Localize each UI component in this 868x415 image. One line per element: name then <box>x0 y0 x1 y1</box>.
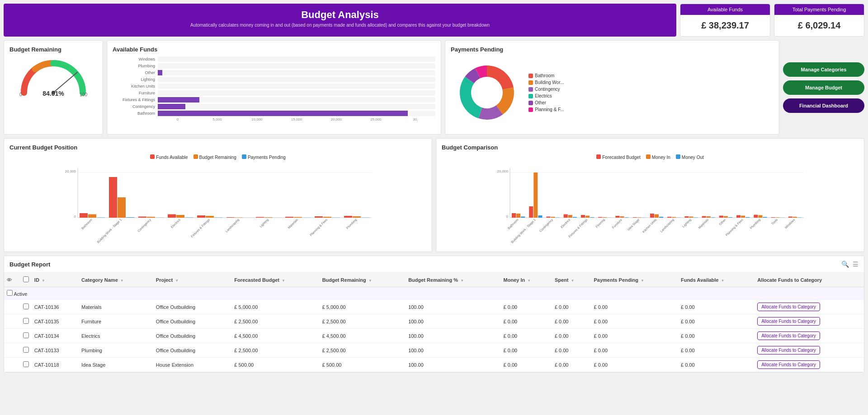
row-funds-available: £ 0.00 <box>678 300 755 314</box>
table-row: CAT-10118 Idea Stage House Extension £ 5… <box>4 358 864 372</box>
available-funds-stat: Available Funds £ 38,239.17 <box>680 4 770 37</box>
category-label: Materials <box>698 218 709 229</box>
row-project: Office Outbuilding <box>153 300 223 314</box>
hbar-track <box>158 90 435 96</box>
row-project: House Extension <box>153 358 223 372</box>
col-money-in: Money In ▼ <box>501 273 552 287</box>
row-allocate: Allocate Funds to Category <box>755 343 864 358</box>
row-select-checkbox[interactable] <box>23 303 29 309</box>
col-forecasted: Forecasted Budget ▼ <box>231 273 319 287</box>
col-funds-available: Funds Available ▼ <box>678 273 755 287</box>
table-body: Active CAT-10136 Materials Office Outbui… <box>4 287 864 372</box>
hbar-tick: 5,000 <box>198 117 237 121</box>
table-menu-icon[interactable]: ☰ <box>853 261 859 268</box>
row-forecasted: £ 4,500.00 <box>231 329 319 343</box>
hbar-track <box>158 97 435 103</box>
allocate-funds-button[interactable]: Allocate Funds to Category <box>757 346 820 354</box>
bar <box>741 216 745 218</box>
row-id: CAT-10118 <box>32 358 79 372</box>
select-all-checkbox[interactable] <box>23 276 29 282</box>
donut-legend-item: Electrics <box>528 93 564 98</box>
row-select-checkbox[interactable] <box>23 318 29 324</box>
allocate-funds-button[interactable]: Allocate Funds to Category <box>757 303 820 311</box>
legend-color-dot <box>528 80 533 85</box>
row-select-checkbox[interactable] <box>23 332 29 338</box>
legend-budget-remaining: Budget Remaining <box>193 154 236 160</box>
row-remaining-pct: 100.00 <box>406 300 500 314</box>
hbar-label: Other <box>113 70 158 75</box>
bar <box>285 217 293 218</box>
row-eye <box>4 358 20 372</box>
bar <box>758 215 762 218</box>
remaining-pct-sort-arrow: ▼ <box>460 279 464 283</box>
row-allocate: Allocate Funds to Category <box>755 329 864 343</box>
legend-label: Contingency <box>535 87 560 92</box>
row-select-checkbox[interactable] <box>23 347 29 353</box>
row-category: Plumbing <box>79 343 153 358</box>
bar <box>551 217 555 218</box>
row-forecasted: £ 2,500.00 <box>231 343 319 358</box>
legend-color-dot <box>528 94 533 98</box>
current-budget-card: Current Budget Position Funds Available … <box>4 138 432 252</box>
bar <box>568 215 572 218</box>
hbar-label: Kitchen Units <box>113 84 158 89</box>
category-label: Landscaping <box>660 218 675 233</box>
bar <box>719 216 723 218</box>
table-search-icon[interactable]: 🔍 <box>841 261 849 268</box>
row-funds-available: £ 0.00 <box>678 329 755 343</box>
row-eye <box>4 314 20 329</box>
bar <box>689 217 693 218</box>
row-project: Office Outbuilding <box>153 314 223 329</box>
category-label: Planning & Fees <box>309 218 328 237</box>
allocate-funds-button[interactable]: Allocate Funds to Category <box>757 317 820 326</box>
col-eye: 👁 <box>4 273 20 287</box>
bar <box>344 216 352 218</box>
hbar-label: Bathroom <box>113 111 158 116</box>
bar <box>672 217 676 218</box>
row-spacer <box>223 358 232 372</box>
money-in-sort-arrow: ▼ <box>527 279 531 283</box>
bar <box>763 217 767 218</box>
bar <box>556 218 560 218</box>
hbar-label: Lighting <box>113 77 158 82</box>
hbar-fill <box>158 104 185 109</box>
budget-table: 👁 ID ▼ Category Name ▼ Project ▼ Forecas… <box>4 273 864 372</box>
active-section-row: Active <box>4 287 864 300</box>
y-axis-label: 0 <box>74 214 76 219</box>
legend-label: Electrics <box>535 93 552 98</box>
hbar-row: Lighting <box>113 77 435 82</box>
allocate-funds-button[interactable]: Allocate Funds to Category <box>757 360 820 369</box>
id-sort-arrow: ▼ <box>42 279 45 283</box>
page-subtitle: Automatically calculates money coming in… <box>9 23 671 28</box>
hbar-row: Kitchen Units <box>113 84 435 89</box>
legend-money-out: Money Out <box>676 154 704 160</box>
bar <box>564 214 568 218</box>
manage-budget-button[interactable]: Manage Budget <box>783 80 864 95</box>
bar <box>754 215 758 218</box>
manage-categories-button[interactable]: Manage Categories <box>783 62 864 77</box>
financial-dashboard-button[interactable]: Financial Dashboard <box>783 98 864 113</box>
hbar-track <box>158 70 435 75</box>
bar <box>226 217 235 218</box>
donut-container: Bathroom Building Wor... Contingency Ele… <box>451 56 774 129</box>
allocate-funds-button[interactable]: Allocate Funds to Category <box>757 331 820 340</box>
row-id: CAT-10136 <box>32 300 79 314</box>
hbar-tick: 30, <box>396 117 435 121</box>
bar <box>598 217 602 218</box>
row-remaining-pct: 100.00 <box>406 343 500 358</box>
row-select-checkbox[interactable] <box>23 361 29 367</box>
row-category: Idea Stage <box>79 358 153 372</box>
bar <box>256 217 264 218</box>
bar <box>168 214 176 218</box>
gauge-percent: 84.01% <box>42 90 64 97</box>
table-row: CAT-10135 Furniture Office Outbuilding £… <box>4 314 864 329</box>
bar <box>581 215 585 218</box>
donut-legend-item: Contingency <box>528 87 564 92</box>
eye-icon[interactable]: 👁 <box>7 277 12 283</box>
payments-pending-sort-arrow: ▼ <box>641 279 644 283</box>
active-checkbox[interactable] <box>7 290 13 296</box>
bar <box>235 218 243 218</box>
hbar-tick: 15,000 <box>277 117 316 121</box>
legend-label: Building Wor... <box>535 80 564 85</box>
bar <box>736 215 741 218</box>
